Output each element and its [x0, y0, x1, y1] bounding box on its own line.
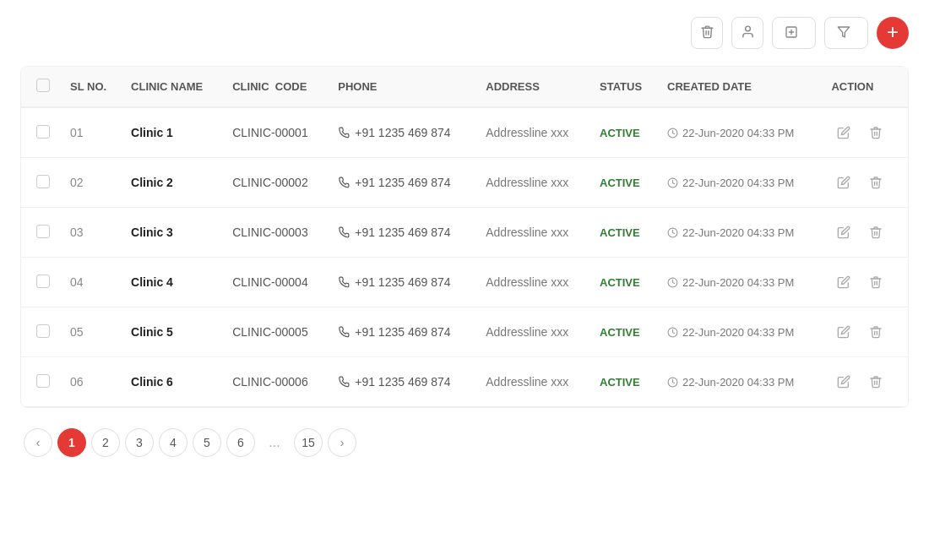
page-button-3[interactable]: 3 [125, 428, 154, 457]
col-code: CLINIC CODE [224, 67, 329, 107]
add-icon: + [887, 22, 899, 42]
clock-icon [667, 177, 678, 188]
table-row: 01 Clinic 1 CLINIC-00001 +91 1235 469 87… [21, 107, 908, 158]
row-date: 22-Jun-2020 04:33 PM [659, 107, 823, 158]
trash-icon [869, 275, 883, 289]
edit-icon [837, 325, 850, 339]
page-button-15[interactable]: 15 [294, 428, 323, 457]
clinic-table-container: SL NO. CLINIC NAME CLINIC CODE PHONE ADD… [20, 66, 909, 408]
date-text: 22-Jun-2020 04:33 PM [682, 276, 794, 289]
clock-icon [667, 227, 678, 238]
row-checkbox-cell [21, 307, 62, 357]
prev-page-button[interactable]: ‹ [24, 428, 52, 457]
row-status: ACTIVE [591, 357, 659, 407]
delete-button[interactable] [691, 17, 723, 49]
header-checkbox-cell [21, 67, 62, 107]
row-sl: 01 [62, 107, 122, 158]
row-clinic-code: CLINIC-00004 [224, 258, 329, 307]
phone-text: +91 1235 469 874 [355, 176, 450, 189]
row-checkbox-cell [21, 208, 62, 258]
date-text: 22-Jun-2020 04:33 PM [682, 177, 794, 189]
page-button-2[interactable]: 2 [91, 428, 120, 457]
row-clinic-name: Clinic 5 [122, 307, 224, 357]
phone-icon [338, 127, 350, 139]
row-action [823, 208, 908, 258]
row-checkbox-cell [21, 258, 62, 307]
row-action [823, 107, 908, 158]
page-button-4[interactable]: 4 [159, 428, 187, 457]
row-date: 22-Jun-2020 04:33 PM [659, 208, 823, 258]
date-text: 22-Jun-2020 04:33 PM [682, 127, 794, 139]
phone-text: +91 1235 469 874 [355, 375, 450, 389]
row-delete-button[interactable] [863, 369, 888, 394]
page-wrapper: + SL NO. CLINIC NAME CLINIC CODE PHONE A… [0, 0, 929, 560]
row-clinic-code: CLINIC-00002 [224, 158, 329, 208]
row-delete-button[interactable] [863, 170, 888, 195]
row-phone: +91 1235 469 874 [329, 158, 477, 208]
row-date: 22-Jun-2020 04:33 PM [659, 258, 823, 307]
row-action [823, 158, 908, 208]
row-address: Addressline xxx [477, 357, 591, 407]
col-action: ACTION [823, 67, 908, 107]
user-button[interactable] [731, 17, 763, 49]
row-status: ACTIVE [591, 208, 659, 258]
page-button-5[interactable]: 5 [193, 428, 221, 457]
row-phone: +91 1235 469 874 [329, 258, 477, 307]
clock-icon [667, 377, 678, 388]
row-clinic-code: CLINIC-00006 [224, 357, 329, 407]
table-row: 05 Clinic 5 CLINIC-00005 +91 1235 469 87… [21, 307, 908, 357]
row-date: 22-Jun-2020 04:33 PM [659, 307, 823, 357]
row-sl: 06 [62, 357, 122, 407]
edit-button[interactable] [831, 369, 856, 394]
next-page-button[interactable]: › [328, 428, 356, 457]
edit-icon [837, 176, 850, 189]
header-left [20, 26, 41, 41]
user-icon [741, 24, 755, 42]
page-button-6[interactable]: 6 [226, 428, 255, 457]
row-delete-button[interactable] [863, 319, 888, 345]
edit-button[interactable] [831, 220, 856, 245]
row-checkbox[interactable] [36, 275, 50, 288]
row-clinic-name: Clinic 1 [122, 107, 224, 158]
phone-icon [338, 326, 350, 338]
row-delete-button[interactable] [863, 120, 888, 145]
row-checkbox[interactable] [36, 125, 50, 139]
filter-button[interactable] [824, 17, 868, 49]
row-checkbox[interactable] [36, 175, 50, 188]
phone-text: +91 1235 469 874 [355, 126, 450, 139]
row-clinic-code: CLINIC-00003 [224, 208, 329, 258]
edit-button[interactable] [831, 170, 856, 195]
row-checkbox[interactable] [36, 225, 50, 238]
phone-icon [338, 226, 350, 238]
row-sl: 04 [62, 258, 122, 307]
import-icon [785, 25, 798, 41]
row-clinic-code: CLINIC-00001 [224, 107, 329, 158]
row-delete-button[interactable] [863, 269, 888, 295]
row-checkbox[interactable] [36, 324, 50, 338]
row-delete-button[interactable] [863, 220, 888, 245]
row-clinic-name: Clinic 6 [122, 357, 224, 407]
select-all-checkbox[interactable] [36, 79, 50, 92]
trash-icon [869, 325, 883, 339]
table-row: 02 Clinic 2 CLINIC-00002 +91 1235 469 87… [21, 158, 908, 208]
clock-icon [667, 128, 678, 139]
row-checkbox-cell [21, 107, 62, 158]
add-button[interactable]: + [877, 17, 909, 49]
edit-button[interactable] [831, 269, 856, 295]
header-row: SL NO. CLINIC NAME CLINIC CODE PHONE ADD… [21, 67, 908, 107]
edit-button[interactable] [831, 120, 856, 145]
table-row: 06 Clinic 6 CLINIC-00006 +91 1235 469 87… [21, 357, 908, 407]
phone-text: +91 1235 469 874 [355, 325, 450, 339]
table-row: 03 Clinic 3 CLINIC-00003 +91 1235 469 87… [21, 208, 908, 258]
edit-button[interactable] [831, 319, 856, 345]
row-clinic-name: Clinic 2 [122, 158, 224, 208]
import-button[interactable] [772, 17, 816, 49]
row-clinic-name: Clinic 3 [122, 208, 224, 258]
col-phone: PHONE [329, 67, 477, 107]
row-checkbox[interactable] [36, 374, 50, 388]
row-status: ACTIVE [591, 158, 659, 208]
row-address: Addressline xxx [477, 158, 591, 208]
pagination-ellipsis: ... [260, 428, 289, 457]
trash-icon [869, 126, 883, 139]
page-button-1[interactable]: 1 [57, 428, 86, 457]
